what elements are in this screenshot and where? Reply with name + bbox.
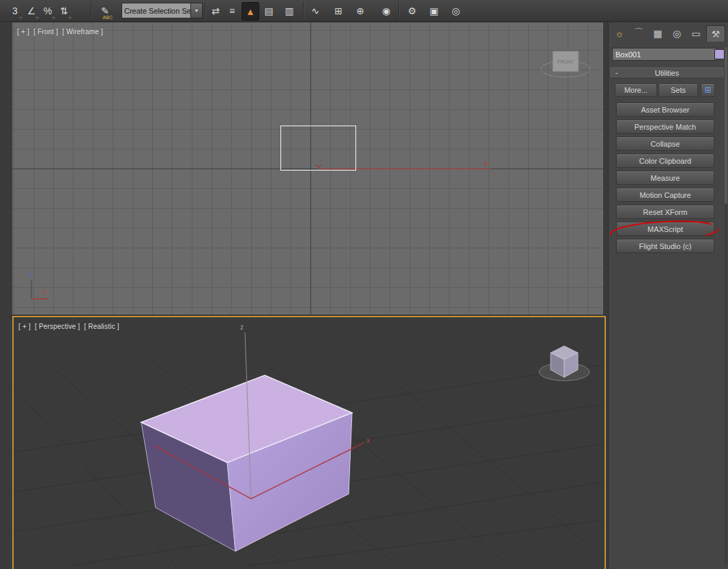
scrollbar-thumb[interactable] — [725, 47, 727, 204]
angle-snap-icon[interactable]: ∠∩ — [23, 2, 40, 19]
panel-scrollbar[interactable] — [725, 47, 727, 566]
command-panel-tabs: ☼ ⌒ ▦ ◎ ▭ ⚒ — [611, 25, 725, 42]
box-wireframe[interactable] — [280, 126, 356, 171]
axis-tripod: z x — [26, 268, 67, 309]
viewport-menu-view[interactable]: [ Front ] — [33, 28, 58, 35]
sets-button[interactable]: Sets — [658, 83, 698, 97]
toolbar-separator — [398, 2, 399, 19]
mirror-icon[interactable]: ⇄ — [207, 2, 224, 19]
layer-manager-icon[interactable]: ▤ — [261, 2, 277, 19]
tab-create[interactable]: ☼ — [611, 25, 628, 41]
viewcube[interactable]: FRONT — [532, 48, 600, 88]
display-icon: ▭ — [691, 28, 700, 39]
rollout-collapse-icon[interactable]: - — [615, 68, 618, 76]
object-name-field[interactable] — [612, 48, 717, 61]
reset-xform-button[interactable]: Reset XForm — [616, 205, 714, 219]
modify-icon: ⌒ — [634, 27, 643, 40]
maxscript-button[interactable]: MAXScript — [616, 222, 714, 236]
asset-browser-button[interactable]: Asset Browser — [616, 102, 714, 117]
object-color-swatch[interactable] — [714, 49, 725, 59]
motion-icon: ◎ — [673, 28, 681, 39]
tab-display[interactable]: ▭ — [687, 25, 705, 41]
viewport-front[interactable]: x z x FRONT [ + ] [ Front ] [ Wireframe … — [12, 23, 603, 315]
utilities-button-list: Asset Browser Perspective Match Collapse… — [616, 102, 714, 253]
perspective-scene: z x — [14, 317, 602, 566]
rollout-title: Utilities — [655, 69, 679, 77]
tab-hierarchy[interactable]: ▦ — [649, 25, 667, 41]
viewport-menu-shading[interactable]: [ Wireframe ] — [62, 28, 103, 35]
main-toolbar: 3∩ ∠∩ %∩ ⇅∩ ✎ABC ▼ ⇄ ≡ ▲ ▤ ▥ ∿ ⊞ ⊕ ◉ ⚙ ▣… — [0, 0, 728, 22]
viewport-menu-pos[interactable]: [ + ] — [17, 28, 29, 35]
x-axis-label: x — [484, 160, 488, 167]
z-axis-label: z — [240, 323, 244, 331]
tripod-z-label: z — [29, 271, 32, 278]
environment-icon[interactable]: ⊕ — [352, 2, 368, 19]
percent-snap-icon[interactable]: %∩ — [40, 2, 56, 19]
window-grid-icon: ⊞ — [704, 85, 711, 95]
hammer-icon: ⚒ — [712, 29, 720, 40]
flight-studio-button[interactable]: Flight Studio (c) — [616, 239, 714, 253]
curve-editor-icon[interactable]: ∿ — [307, 2, 323, 19]
tab-motion[interactable]: ◎ — [668, 25, 686, 41]
color-clipboard-button[interactable]: Color Clipboard — [616, 154, 714, 168]
spinner-snap-icon[interactable]: ⇅∩ — [56, 2, 72, 19]
keyboard-shortcut-override-icon[interactable]: ✎ABC — [97, 2, 113, 19]
render-setup-icon[interactable]: ⚙ — [404, 2, 420, 19]
configure-button-sets-button[interactable]: ⊞ — [701, 83, 715, 97]
hierarchy-icon: ▦ — [653, 28, 662, 39]
tripod-x-label: x — [43, 288, 46, 295]
command-panel: ☼ ⌒ ▦ ◎ ▭ ⚒ - Utilities More... Sets ⊞ A… — [608, 23, 728, 569]
3ds-max-window: 3∩ ∠∩ %∩ ⇅∩ ✎ABC ▼ ⇄ ≡ ▲ ▤ ▥ ∿ ⊞ ⊕ ◉ ⚙ ▣… — [0, 0, 728, 569]
viewport-menu-pos[interactable]: [ + ] — [18, 323, 31, 330]
flame-icon[interactable]: ▲ — [242, 2, 259, 20]
toolbar-separator — [303, 2, 304, 19]
align-icon[interactable]: ≡ — [224, 2, 240, 19]
viewcube[interactable] — [539, 346, 589, 381]
selection-set-input[interactable] — [121, 3, 196, 18]
render-production-icon[interactable]: ◎ — [448, 2, 464, 19]
toolbar-separator — [205, 2, 205, 19]
tab-utilities[interactable]: ⚒ — [706, 25, 725, 42]
toolbar-separator — [91, 2, 91, 19]
chevron-down-icon[interactable]: ▼ — [190, 3, 203, 18]
scene-explorer-icon[interactable]: ▥ — [281, 2, 297, 19]
rendered-frame-window-icon[interactable]: ▣ — [426, 2, 442, 19]
named-selection-sets: ▼ — [121, 3, 203, 17]
motion-capture-button[interactable]: Motion Capture — [616, 188, 714, 202]
more-button[interactable]: More... — [615, 83, 657, 97]
schematic-view-icon[interactable]: ⊞ — [330, 2, 347, 19]
create-icon: ☼ — [615, 28, 624, 39]
viewport-menu-shading[interactable]: [ Realistic ] — [84, 323, 119, 330]
x-axis-label: x — [366, 437, 370, 444]
viewport-perspective[interactable]: z x [ + ] [ Perspective ] [ Realistic ] — [12, 316, 606, 569]
material-editor-icon[interactable]: ◉ — [378, 2, 394, 19]
tab-modify[interactable]: ⌒ — [630, 25, 647, 41]
box-object[interactable] — [141, 375, 352, 551]
snap-toggle-3d-icon[interactable]: 3∩ — [7, 2, 23, 19]
utilities-rollout-header[interactable]: - Utilities — [611, 68, 723, 78]
measure-button[interactable]: Measure — [616, 171, 714, 185]
viewport-front-label: [ + ] [ Front ] [ Wireframe ] — [17, 28, 105, 35]
viewport-menu-view[interactable]: [ Perspective ] — [35, 323, 80, 330]
viewcube-front-label[interactable]: FRONT — [557, 59, 574, 64]
collapse-button[interactable]: Collapse — [616, 136, 714, 151]
viewport-perspective-label: [ + ] [ Perspective ] [ Realistic ] — [18, 323, 121, 330]
perspective-match-button[interactable]: Perspective Match — [616, 119, 714, 134]
